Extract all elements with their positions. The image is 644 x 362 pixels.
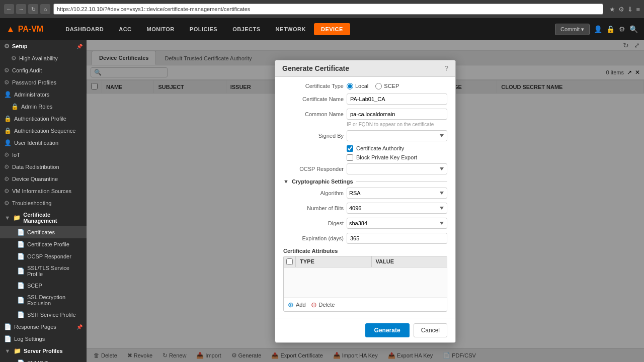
block-private-checkbox[interactable] <box>347 154 353 161</box>
cert-name-row: Certificate Name <box>283 94 447 105</box>
radio-local[interactable]: Local <box>347 83 368 89</box>
digest-select[interactable]: sha1 sha256 sha384 sha512 <box>347 218 447 229</box>
sidebar-item-ha[interactable]: ⚙ High Availability <box>0 52 87 64</box>
sidebar-item-password-profiles[interactable]: ⚙ Password Profiles <box>0 76 87 88</box>
admin-roles-icon: 🔒 <box>11 103 19 110</box>
forward-button[interactable]: → <box>16 4 26 14</box>
ocsp-select[interactable] <box>347 163 447 174</box>
modal-backdrop: Generate Certificate ? Certificate Type … <box>87 40 644 362</box>
radio-scep-input[interactable] <box>375 83 382 89</box>
lock-icon[interactable]: 🔒 <box>606 25 615 33</box>
modal-body: Certificate Type Local SCEP <box>275 77 455 318</box>
back-button[interactable]: ← <box>4 4 14 14</box>
sidebar-item-troubleshooting[interactable]: ⚙ Troubleshooting <box>0 197 87 209</box>
pin-icon: 📌 <box>76 44 83 49</box>
sidebar-item-ssl-excl[interactable]: 📄 SSL Decryption Exclusion <box>0 292 87 309</box>
sidebar-item-ssh-profile[interactable]: 📄 SSH Service Profile <box>0 309 87 321</box>
menu-icon[interactable]: ≡ <box>636 6 640 13</box>
snmp-icon: 📄 <box>17 359 25 362</box>
sidebar-item-snmp[interactable]: 📄 SNMP Trap <box>0 357 87 362</box>
crypto-section-divider[interactable]: ▼ Cryptographic Settings <box>283 178 447 185</box>
logo-icon: ▲ <box>6 24 15 35</box>
sidebar-item-scep[interactable]: 📄 SCEP <box>0 280 87 292</box>
expiration-input[interactable] <box>347 233 447 244</box>
sidebar-item-vm-info[interactable]: ⚙ VM Information Sources <box>0 185 87 197</box>
search-icon[interactable]: 🔍 <box>629 25 638 33</box>
extensions-icon[interactable]: ⚙ <box>618 6 624 13</box>
cert-name-input[interactable] <box>347 94 447 105</box>
sidebar-item-cert-profile[interactable]: 📄 Certificate Profile <box>0 238 87 250</box>
block-private-label[interactable]: Block Private Key Export <box>356 154 417 160</box>
browser-nav-buttons: ← → ↻ ⌂ <box>4 4 50 14</box>
nav-right: Commit ▾ 👤 🔒 ⚙ 🔍 <box>555 24 638 35</box>
sidebar-item-setup[interactable]: ⚙ Setup 📌 <box>0 40 87 52</box>
expand-icon: ▼ <box>4 215 11 221</box>
algorithm-row: Algorithm RSA DSA ECDSA <box>283 188 447 199</box>
settings-icon[interactable]: ⚙ <box>619 25 625 33</box>
nav-device[interactable]: DEVICE <box>314 23 350 35</box>
ocsp-label: OCSP Responder <box>283 166 344 172</box>
browser-bar: ← → ↻ ⌂ ★ ⚙ ⇓ ≡ <box>0 0 644 18</box>
sidebar-item-log-settings[interactable]: 📄 Log Settings <box>0 333 87 345</box>
cert-authority-label[interactable]: Certificate Authority <box>356 145 404 151</box>
response-pages-icon: 📄 <box>4 323 12 330</box>
common-name-row: Common Name <box>283 109 447 120</box>
digest-row: Digest sha1 sha256 sha384 sha512 <box>283 218 447 229</box>
delete-attr-button[interactable]: ⊖ Delete <box>311 301 335 309</box>
commit-button[interactable]: Commit ▾ <box>555 24 590 35</box>
nav-network[interactable]: NETWORK <box>269 23 313 35</box>
cert-profile-icon: 📄 <box>17 241 25 248</box>
sidebar-item-auth-profile[interactable]: 🔒 Authentication Profile <box>0 113 87 125</box>
cert-type-row: Certificate Type Local SCEP <box>283 83 447 89</box>
config-audit-icon: ⚙ <box>4 67 10 74</box>
sidebar-item-user-id[interactable]: 👤 User Identification <box>0 137 87 149</box>
attr-select-all[interactable] <box>286 258 293 265</box>
cancel-button[interactable]: Cancel <box>414 323 447 337</box>
nav-acc[interactable]: ACC <box>112 23 138 35</box>
common-name-input[interactable] <box>347 109 447 120</box>
signed-by-label: Signed By <box>283 133 344 139</box>
sidebar: ⚙ Setup 📌 ⚙ High Availability ⚙ Config A… <box>0 40 87 362</box>
sidebar-item-device-quarantine[interactable]: ⚙ Device Quarantine <box>0 173 87 185</box>
home-button[interactable]: ⌂ <box>40 4 50 14</box>
crypto-line <box>356 181 447 182</box>
sidebar-item-server-profiles[interactable]: ▼ 📁 Server Profiles <box>0 345 87 357</box>
app-logo: ▲ PA-VM <box>6 24 43 35</box>
add-attr-button[interactable]: ⊕ Add <box>288 301 306 309</box>
download-icon[interactable]: ⇓ <box>627 6 633 13</box>
sidebar-item-data-redist[interactable]: ⚙ Data Redistribution <box>0 161 87 173</box>
sidebar-item-config-audit[interactable]: ⚙ Config Audit <box>0 64 87 76</box>
nav-policies[interactable]: POLICIES <box>183 23 224 35</box>
cert-authority-checkbox[interactable] <box>347 145 353 152</box>
url-bar[interactable] <box>53 4 603 15</box>
sidebar-item-cert-mgmt[interactable]: ▼ 📁 Certificate Management <box>0 209 87 226</box>
algorithm-select[interactable]: RSA DSA ECDSA <box>347 188 447 199</box>
add-attr-icon: ⊕ <box>288 301 294 309</box>
sidebar-item-admin-roles[interactable]: 🔒 Admin Roles <box>0 101 87 113</box>
bits-select[interactable]: 512 1024 2048 3072 4096 <box>347 203 447 214</box>
sidebar-item-ssl-tls[interactable]: 📄 SSL/TLS Service Profile <box>0 262 87 280</box>
ssl-tls-icon: 📄 <box>17 267 25 275</box>
help-icon[interactable]: ? <box>444 64 448 72</box>
logo-text: PA-VM <box>18 25 43 34</box>
sidebar-item-response-pages[interactable]: 📄 Response Pages 📌 <box>0 321 87 333</box>
reload-button[interactable]: ↻ <box>28 4 38 14</box>
bookmark-icon[interactable]: ★ <box>609 6 615 13</box>
nav-dashboard[interactable]: DASHBOARD <box>58 23 111 35</box>
radio-scep[interactable]: SCEP <box>375 83 399 89</box>
sidebar-item-iot[interactable]: ⚙ IoT <box>0 149 87 161</box>
user-icon[interactable]: 👤 <box>594 25 602 33</box>
generate-button[interactable]: Generate <box>365 323 410 337</box>
nav-objects[interactable]: OBJECTS <box>225 23 267 35</box>
attr-col-value: VALUE <box>372 256 447 267</box>
sidebar-item-certificates[interactable]: 📄 Certificates <box>0 226 87 238</box>
radio-local-input[interactable] <box>347 83 353 89</box>
sidebar-item-auth-sequence[interactable]: 🔒 Authentication Sequence <box>0 125 87 137</box>
attr-table-wrapper: TYPE VALUE ⊕ Add ⊖ <box>283 256 447 312</box>
sidebar-item-administrators[interactable]: 👤 Administrators <box>0 88 87 101</box>
server-expand-icon: ▼ <box>4 348 11 354</box>
sidebar-item-ocsp-responder[interactable]: 📄 OCSP Responder <box>0 250 87 262</box>
signed-by-row: Signed By <box>283 130 447 141</box>
nav-monitor[interactable]: MONITOR <box>140 23 182 35</box>
signed-by-select[interactable] <box>347 130 447 141</box>
